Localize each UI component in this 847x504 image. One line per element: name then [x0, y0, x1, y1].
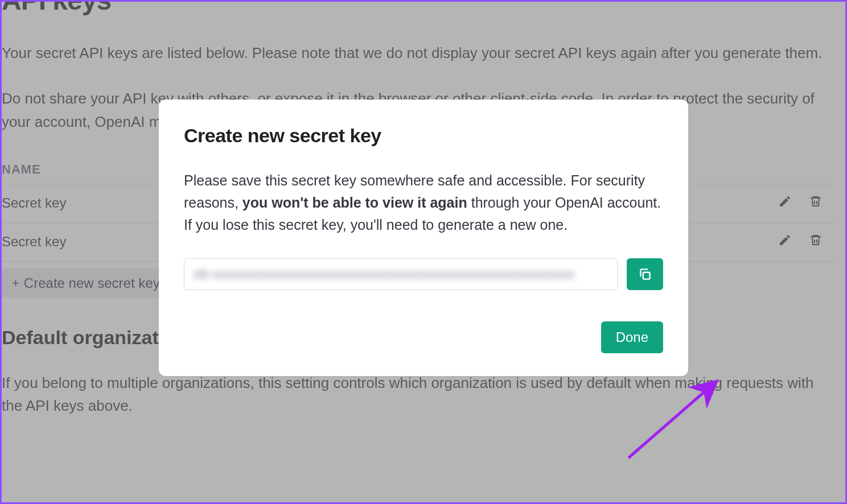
secret-key-value-obscured: sk-xxxxxxxxxxxxxxxxxxxxxxxxxxxxxxxxxxxxx… — [184, 259, 617, 290]
secret-key-input[interactable]: sk-xxxxxxxxxxxxxxxxxxxxxxxxxxxxxxxxxxxxx… — [184, 258, 618, 290]
modal-title: Create new secret key — [184, 125, 663, 147]
done-button[interactable]: Done — [601, 321, 663, 353]
create-secret-key-modal: Create new secret key Please save this s… — [159, 100, 688, 376]
annotation-arrow — [623, 373, 737, 464]
copy-button[interactable] — [627, 258, 663, 290]
svg-rect-0 — [643, 272, 650, 279]
modal-overlay: Create new secret key Please save this s… — [2, 2, 845, 502]
copy-icon — [638, 267, 652, 282]
svg-line-1 — [628, 381, 717, 458]
modal-description: Please save this secret key somewhere sa… — [184, 170, 663, 236]
